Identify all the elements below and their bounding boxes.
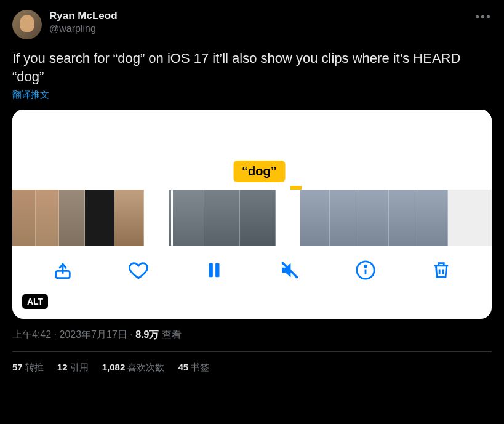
clip-thumb — [36, 190, 59, 246]
tweet-header: Ryan McLeod @warpling ••• — [12, 10, 492, 39]
timeline-marker — [290, 186, 302, 190]
likes-stat[interactable]: 1,082 喜欢次数 — [102, 362, 165, 374]
clip-thumb — [359, 190, 389, 246]
clip-thumb — [300, 190, 330, 246]
svg-point-6 — [365, 266, 367, 268]
clip-thumb — [12, 190, 36, 246]
alt-badge[interactable]: ALT — [22, 294, 48, 309]
user-info: Ryan McLeod @warpling — [49, 10, 118, 34]
media-top: “dog” — [12, 110, 492, 190]
views-label: 查看 — [159, 329, 181, 340]
more-icon[interactable]: ••• — [475, 10, 492, 24]
bookmarks-stat[interactable]: 45 书签 — [178, 362, 209, 374]
heart-icon[interactable] — [128, 260, 149, 281]
media-card: “dog” — [12, 110, 492, 319]
user-name[interactable]: Ryan McLeod — [49, 10, 118, 22]
svg-rect-1 — [209, 263, 212, 278]
video-filmstrip[interactable] — [12, 190, 492, 246]
clip-thumb — [114, 190, 144, 246]
tweet-meta: 上午4:42 · 2023年7月17日 · 8.9万 查看 — [12, 329, 492, 342]
media-toolbar — [12, 246, 492, 294]
clip-thumb — [169, 190, 204, 246]
tweet-container: Ryan McLeod @warpling ••• If you search … — [0, 0, 504, 383]
user-handle[interactable]: @warpling — [49, 23, 118, 34]
trash-icon[interactable] — [431, 260, 452, 281]
tweet-stats: 57 转推 12 引用 1,082 喜欢次数 45 书签 — [12, 352, 492, 374]
info-icon[interactable] — [355, 260, 376, 281]
clip-thumb — [204, 190, 240, 246]
share-icon[interactable] — [52, 260, 73, 281]
pause-icon[interactable] — [204, 260, 225, 281]
avatar[interactable] — [12, 10, 42, 39]
retweets-stat[interactable]: 57 转推 — [12, 362, 44, 374]
mute-icon[interactable] — [279, 260, 300, 281]
timestamp[interactable]: 上午4:42 — [12, 329, 51, 340]
clip-thumb — [330, 190, 359, 246]
date[interactable]: 2023年7月17日 — [59, 329, 127, 340]
tweet-text: If you search for “dog” on iOS 17 it’ll … — [12, 49, 492, 86]
svg-rect-2 — [215, 263, 219, 278]
clip-thumb — [85, 190, 114, 246]
translate-link[interactable]: 翻译推文 — [12, 89, 492, 101]
clip-thumb — [389, 190, 418, 246]
quotes-stat[interactable]: 12 引用 — [57, 362, 89, 374]
clip-thumb — [418, 190, 448, 246]
clip-thumb — [240, 190, 276, 246]
search-token-label: “dog” — [233, 161, 286, 182]
clip-thumb — [59, 190, 85, 246]
views-count: 8.9万 — [135, 329, 159, 340]
